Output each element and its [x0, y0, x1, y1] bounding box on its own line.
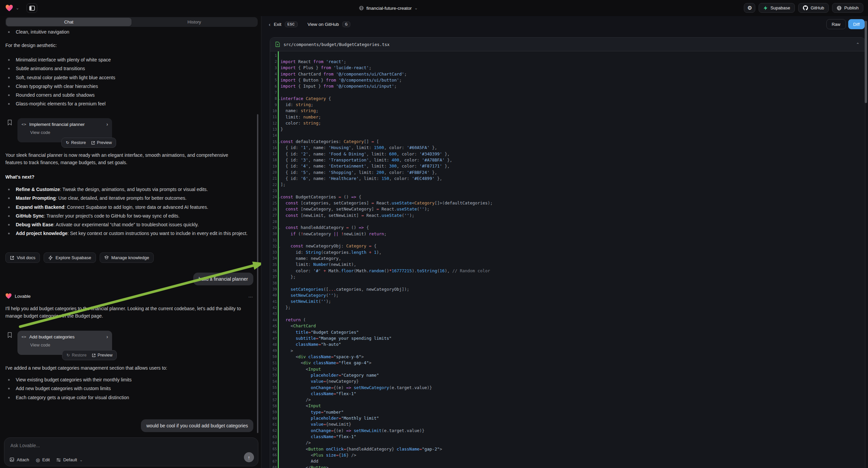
view-on-github-button[interactable]: View on GitHub [308, 22, 339, 27]
restore-icon: ↻ [66, 141, 69, 145]
github-button[interactable]: GitHub [798, 3, 829, 13]
tab-history[interactable]: History [131, 18, 257, 26]
chat-input[interactable] [10, 442, 204, 448]
list-item: Refine & Customize: Tweak the design, an… [5, 185, 253, 194]
list-item: Clean typography with clear hierarchies [5, 82, 116, 91]
knowledge-icon [104, 256, 109, 260]
diff-toggle-button[interactable]: Diff [848, 19, 865, 29]
list-item: Rounded corners and subtle shadows [5, 91, 116, 99]
restore-button[interactable]: ↻ Restore [66, 140, 86, 145]
model-selector[interactable]: Default ⌄ [56, 457, 83, 462]
quick-actions-row: Visit docs Explore Supabase Manage knowl… [5, 253, 154, 263]
code-row: 28 [270, 218, 865, 224]
code-row: 63 className="flex-1" [270, 433, 865, 439]
view-code-link[interactable]: View code [30, 343, 108, 348]
code-row: 35 limit: Number(newLimit), [270, 262, 865, 268]
message-more-menu-icon[interactable]: ⋯ [248, 294, 253, 299]
code-row: 17 { id: '2', name: 'Food & Dining', lim… [270, 151, 865, 157]
code-row: 48 className="h-auto" [270, 342, 865, 348]
bookmark-icon[interactable] [7, 119, 12, 125]
workspace-chevron-down-icon[interactable]: ⌄ [16, 6, 19, 10]
fold-chevron-icon[interactable]: ⌄ [279, 196, 280, 199]
code-row: 68 </Button> [270, 464, 865, 468]
code-row: 50 <div className="space-y-6"> [270, 353, 865, 359]
code-row: 52 <Input [270, 366, 865, 372]
list-item: Debug with Ease: Activate our experiment… [5, 220, 253, 229]
chat-composer: Attach ◎ Edit Default ⌄ [4, 437, 258, 466]
code-row: 19 { id: '4', name: 'Entertainment', lim… [270, 163, 865, 169]
chat-panel: Chat History Clean, intuitive navigation… [0, 16, 261, 468]
project-switcher[interactable]: financial-future-creator ⌄ [359, 0, 418, 16]
version-card-actions: ↻ Restore Preview [61, 138, 116, 148]
code-row: 45 <ChartCard [270, 323, 865, 329]
toggle-sidebar-button[interactable] [27, 3, 37, 13]
raw-toggle-button[interactable]: Raw [827, 19, 846, 29]
fold-chevron-icon[interactable]: ⌄ [279, 141, 280, 144]
tab-chat[interactable]: Chat [6, 18, 131, 26]
code-row: 64 /> [270, 440, 865, 446]
list-item: Clean, intuitive navigation [5, 28, 69, 36]
code-row: 13} [270, 126, 865, 132]
supabase-button[interactable]: Supabase [758, 3, 795, 13]
assistant-header: Lovable [5, 293, 31, 299]
code-row: 47 subtitle="Manage your spending limits… [270, 335, 865, 341]
restore-button[interactable]: ↻ Restore [66, 353, 87, 357]
fold-chevron-icon[interactable]: ⌄ [279, 98, 280, 100]
code-row: 53 placeholder="Category name" [270, 372, 865, 378]
list-item: Glass-morphic elements for a premium fee… [5, 99, 116, 108]
code-row: 51 <div className="flex gap-4"> [270, 360, 865, 366]
preview-button[interactable]: Preview [92, 353, 113, 357]
assistant-name: Lovable [15, 294, 31, 299]
manage-knowledge-button[interactable]: Manage knowledge [100, 253, 154, 263]
code-scrollbar-thumb[interactable] [865, 21, 867, 103]
code-row: 58 <Input [270, 403, 865, 409]
send-button[interactable]: ↑ [244, 452, 254, 462]
exit-button[interactable]: Exit [274, 22, 281, 27]
supabase-icon [763, 6, 768, 10]
lovable-app-window: ⌄ financial-future-creator ⌄ ⚙ [0, 0, 868, 468]
bookmark-icon[interactable] [7, 332, 12, 338]
code-row: 27 const [newLimit, setNewLimit] = React… [270, 212, 865, 218]
fold-chevron-icon[interactable]: ⌄ [279, 227, 280, 230]
visit-docs-button[interactable]: Visit docs [5, 253, 40, 263]
code-row: 38 [270, 280, 865, 286]
attach-button[interactable]: Attach [10, 457, 29, 462]
code-icon: <> [22, 122, 27, 126]
chevron-left-icon[interactable]: ‹ [269, 22, 271, 27]
edit-mode-button[interactable]: ◎ Edit [36, 457, 50, 462]
code-row: 34 name: newCategory, [270, 255, 865, 261]
list-item: Each category gets a unique color for vi… [5, 393, 131, 402]
arrow-up-icon: ↑ [248, 455, 250, 460]
view-code-link[interactable]: View code [30, 130, 108, 135]
code-row: 49 > [270, 348, 865, 353]
fold-chevron-icon[interactable]: ⌄ [279, 245, 280, 248]
code-row: 18 { id: '3', name: 'Transportation', li… [270, 157, 865, 163]
code-row: 59 type="number" [270, 409, 865, 415]
code-row: 33 id: String(categories.length + 1), [270, 249, 865, 255]
code-icon: <> [22, 335, 27, 339]
code-row: 4import ChartCard from '@/components/ui/… [270, 71, 865, 77]
design-heading: For the design aesthetic: [5, 41, 57, 49]
github-icon [803, 5, 808, 10]
collapse-chevron-up-icon[interactable]: ⌃ [856, 42, 860, 47]
code-view-panel: ‹ Exit ESC View on GitHub G Raw Diff src [261, 16, 868, 468]
code-row: 21 { id: '6', name: 'Healthcare', limit:… [270, 175, 865, 181]
file-header[interactable]: src/components/budget/BudgetCategories.t… [270, 38, 865, 51]
version-card-title: Implement financial planner [29, 122, 85, 127]
code-row: 16 { id: '1', name: 'Housing', limit: 15… [270, 145, 865, 151]
assistant-intro-text: I'll help you add budget categories to t… [5, 305, 253, 320]
project-name: financial-future-creator [366, 6, 412, 11]
file-added-icon [276, 41, 280, 47]
restore-icon: ↻ [66, 353, 70, 357]
code-row: 55 onChange={(e) => setNewCategory(e.tar… [270, 384, 865, 390]
project-chevron-down-icon: ⌄ [414, 6, 418, 10]
lovable-logo-heart-icon[interactable] [5, 4, 13, 12]
explore-supabase-button[interactable]: Explore Supabase [43, 253, 96, 263]
code-row: 60 placeholder="Monthly limit" [270, 415, 865, 421]
chat-scrollbar-thumb[interactable] [257, 114, 258, 433]
settings-button[interactable]: ⚙ [744, 3, 755, 13]
publish-button[interactable]: Publish [832, 3, 863, 13]
code-row: 37 }; [270, 273, 865, 280]
preview-button[interactable]: Preview [91, 140, 112, 145]
list-item: View existing budget categories with the… [5, 375, 131, 384]
